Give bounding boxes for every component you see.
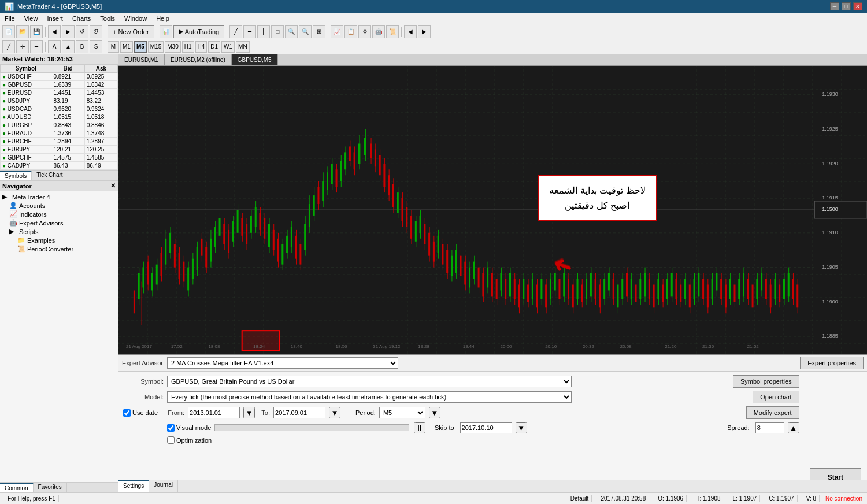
tb-text[interactable]: A [48,40,61,53]
tb-arrow-up[interactable]: ▲ [62,40,75,53]
open-chart-button[interactable]: Open chart [753,391,799,403]
tb-line[interactable]: ╱ [229,25,242,38]
tb-save[interactable]: 💾 [30,25,43,38]
nav-period-converter[interactable]: 📜 PeriodConverter [1,244,117,253]
market-watch-row[interactable]: ● CADJPY 86.43 86.49 [1,162,118,170]
nav-metatrader4[interactable]: ▶ MetaTrader 4 [1,192,117,201]
period-h1[interactable]: H1 [182,41,194,53]
market-watch-row[interactable]: ● EURUSD 1.4451 1.4453 [1,89,118,97]
skip-calendar-btn[interactable]: ▼ [516,422,527,433]
tester-tab-journal[interactable]: Journal [149,480,178,492]
tab-eurusd-m2[interactable]: EURUSD,M2 (offline) [165,54,232,65]
menu-help[interactable]: Help [154,14,172,23]
period-m[interactable]: M [108,41,119,53]
minimize-button[interactable]: ─ [830,2,839,10]
close-button[interactable]: ✕ [853,2,862,10]
menu-file[interactable]: File [2,14,17,23]
period-m15[interactable]: M15 [148,41,164,53]
nav-examples[interactable]: 📁 Examples [1,236,117,244]
tb-forward[interactable]: ▶ [62,25,75,38]
menu-view[interactable]: View [22,14,40,23]
tb-templates[interactable]: 📋 [344,25,357,38]
tb-vline[interactable]: ┃ [257,25,270,38]
nav-indicators[interactable]: 📈 Indicators [1,210,117,218]
from-calendar-btn[interactable]: ▼ [243,407,255,418]
nav-tab-common[interactable]: Common [0,483,34,492]
market-watch-row[interactable]: ● USDCAD 0.9620 0.9624 [1,105,118,113]
optimization-checkbox-label[interactable]: Optimization [167,436,212,444]
from-input[interactable] [188,407,240,418]
period-mn[interactable]: MN [236,41,250,53]
expert-properties-button[interactable]: Expert properties [800,357,864,369]
tb-chart-type1[interactable]: 📊 [160,25,172,38]
market-watch-row[interactable]: ● GBPCHF 1.4575 1.4585 [1,154,118,162]
period-m5[interactable]: M5 [134,41,147,53]
pause-btn[interactable]: ⏸ [414,422,425,433]
market-watch-row[interactable]: ● EURCHF 1.2894 1.2897 [1,138,118,146]
visual-mode-checkbox[interactable] [167,424,175,432]
maximize-button[interactable]: □ [842,2,851,10]
tb-indicators[interactable]: 📈 [331,25,343,38]
ea-select[interactable]: 2 MA Crosses Mega filter EA V1.ex4 [167,357,398,369]
tb-cross[interactable]: ✛ [16,40,29,53]
period-select[interactable]: M5 [379,407,425,418]
autotrading-button[interactable]: ▶ AutoTrading [173,25,225,38]
menu-charts[interactable]: Charts [70,14,93,23]
tab-eurusd-m1[interactable]: EURUSD,M1 [118,54,165,65]
navigator-close-icon[interactable]: ✕ [110,182,116,190]
tb-arrow-left[interactable]: ◀ [404,25,417,38]
market-watch-row[interactable]: ● GBPUSD 1.6339 1.6342 [1,81,118,89]
period-dropdown-btn[interactable]: ▼ [429,407,440,418]
period-w1[interactable]: W1 [221,41,235,53]
tb-back[interactable]: ◀ [48,25,61,38]
tb-scripts[interactable]: 📜 [386,25,399,38]
tb-zoom-out[interactable]: 🔍 [299,25,312,38]
new-order-button[interactable]: + New Order [108,25,154,38]
spread-up-btn[interactable]: ▲ [788,422,799,433]
model-select[interactable]: Every tick (the most precise method base… [167,391,572,403]
symbol-properties-button[interactable]: Symbol properties [733,375,799,388]
nav-tab-favorites[interactable]: Favorites [34,483,67,492]
tb-expert[interactable]: 🤖 [372,25,385,38]
tb-new-chart[interactable]: 📄 [2,25,15,38]
tb-zoom-in[interactable]: 🔍 [285,25,298,38]
menu-window[interactable]: Window [122,14,149,23]
use-date-checkbox-label[interactable]: Use date [123,409,158,417]
to-input[interactable] [273,407,325,418]
period-m1[interactable]: M1 [120,41,133,53]
nav-expert-advisors[interactable]: 🤖 Expert Advisors [1,218,117,227]
menu-insert[interactable]: Insert [45,14,65,23]
nav-scripts[interactable]: ▶ Scripts [1,227,117,236]
tb-refresh[interactable]: ↺ [76,25,88,38]
skip-to-input[interactable] [460,422,512,433]
market-watch-row[interactable]: ● USDCHF 0.8921 0.8925 [1,73,118,81]
visual-mode-label[interactable]: Visual mode [167,424,211,432]
tab-gbpusd-m5[interactable]: GBPUSD,M5 [232,54,278,65]
chart-canvas[interactable]: GBPUSD,M5 1.19071.19081.19071.1908 [118,66,867,354]
period-d1[interactable]: D1 [208,41,220,53]
to-calendar-btn[interactable]: ▼ [329,407,340,418]
tb-line-tool[interactable]: ╱ [2,40,15,53]
period-h4[interactable]: H4 [195,41,208,53]
tb-rect[interactable]: □ [271,25,284,38]
tb-buy-icon[interactable]: B [76,40,88,53]
tb-arrow-right[interactable]: ▶ [418,25,431,38]
tb-hline[interactable]: ━ [243,25,256,38]
optimization-checkbox[interactable] [167,436,175,444]
period-m30[interactable]: M30 [165,41,180,53]
market-watch-row[interactable]: ● AUDUSD 1.0515 1.0518 [1,113,118,121]
use-date-checkbox[interactable] [123,409,131,417]
tab-tick-chart[interactable]: Tick Chart [32,171,68,180]
market-watch-row[interactable]: ● EURJPY 120.21 120.25 [1,146,118,154]
market-watch-row[interactable]: ● USDJPY 83.19 83.22 [1,97,118,105]
tb-open[interactable]: 📂 [16,25,29,38]
modify-expert-button[interactable]: Modify expert [746,406,799,419]
tb-settings2[interactable]: ⚙ [358,25,371,38]
symbol-select[interactable]: GBPUSD, Great Britain Pound vs US Dollar [167,376,572,387]
tb-history[interactable]: ⏱ [90,25,102,38]
tb-hline2[interactable]: ━ [30,40,43,53]
market-watch-row[interactable]: ● EURAUD 1.3736 1.3748 [1,129,118,138]
tab-symbols[interactable]: Symbols [0,171,32,180]
tester-tab-settings[interactable]: Settings [118,480,149,492]
tb-sell-icon[interactable]: S [90,40,102,53]
